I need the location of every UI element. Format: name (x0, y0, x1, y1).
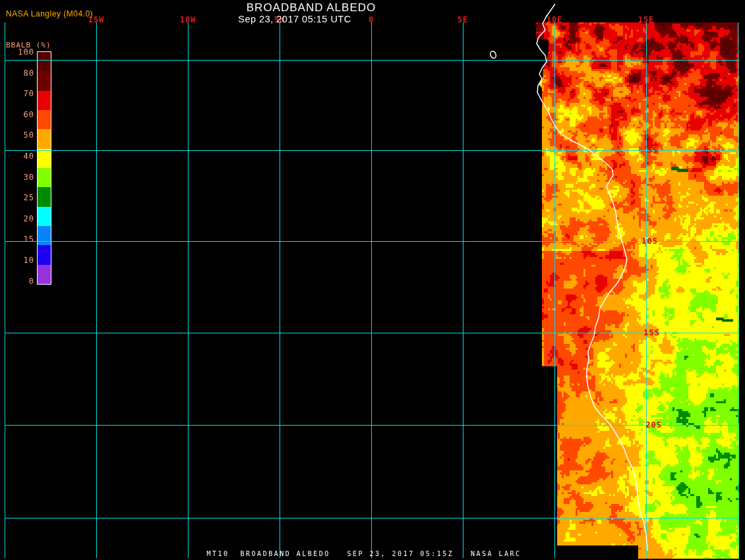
timestamp-label: Sep 23, 2017 05:15 UTC (238, 14, 351, 24)
latitude-label: 10S (641, 237, 658, 246)
colorbar-segment (38, 245, 51, 264)
latitude-label: 15S (643, 328, 660, 337)
longitude-label: 10W (180, 15, 196, 24)
colorbar-segment (38, 110, 51, 129)
longitude-label: 10E (547, 15, 563, 24)
colorbar-segment (38, 149, 51, 168)
albedo-map-page: BBALB (%) 100807060504030252015100 NASA … (0, 0, 745, 560)
footer-caption: MT10 BROADBAND ALBEDO SEP 23, 2017 05:15… (206, 550, 521, 557)
gridline-vertical (280, 22, 280, 558)
colorbar-segment (38, 71, 51, 90)
albedo-data-field (0, 0, 745, 560)
latitude-label: 20S (645, 420, 662, 430)
gridline-vertical (5, 22, 5, 558)
colorbar-segment (38, 168, 51, 187)
gridline-vertical (188, 22, 189, 558)
legend-title: BBALB (%) (6, 41, 51, 49)
gridline-horizontal (5, 241, 739, 242)
colorbar-segment (38, 226, 51, 245)
colorbar-segment (38, 91, 51, 110)
longitude-label: 5E (458, 15, 468, 24)
gridline-vertical (554, 22, 555, 558)
gridline-horizontal (5, 150, 739, 151)
gridline-vertical (646, 22, 647, 558)
page-title: BROADBAND ALBEDO (247, 1, 376, 14)
colorbar-segment (38, 265, 51, 284)
gridline-horizontal (5, 425, 739, 426)
source-label: NASA Langley (M04.0) (6, 9, 93, 18)
colorbar-segment (38, 129, 51, 148)
gridline-horizontal (5, 518, 739, 518)
colorbar-segment (38, 187, 51, 206)
latitude-label: 0 (643, 55, 649, 65)
gridline-vertical (738, 22, 738, 558)
longitude-label: 15E (638, 15, 655, 24)
gridline-horizontal (5, 60, 739, 61)
colorbar-segment (38, 52, 51, 71)
gridline-vertical (463, 22, 463, 558)
colorbar (37, 51, 51, 285)
gridline-horizontal (5, 333, 739, 333)
latitude-label: 5S (647, 146, 658, 155)
longitude-label: 0 (369, 15, 374, 24)
colorbar-segment (38, 207, 51, 226)
gridline-vertical (96, 22, 97, 558)
gridline-vertical (371, 22, 372, 558)
